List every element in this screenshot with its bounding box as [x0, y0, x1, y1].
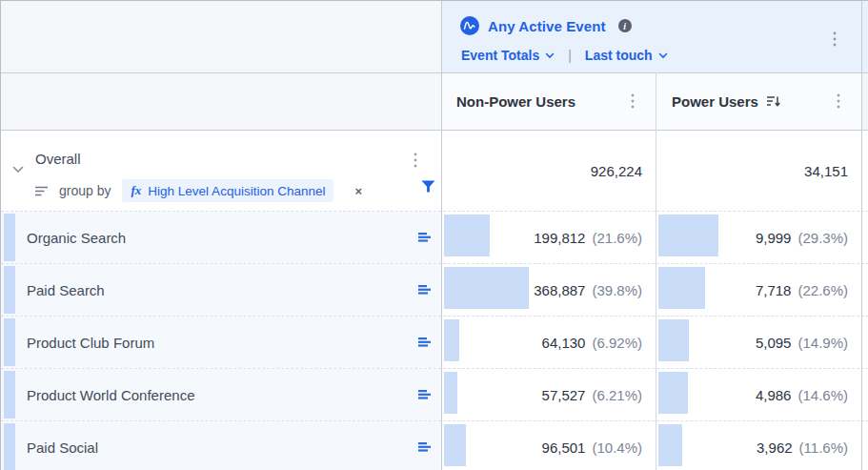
row-label-cell: Organic Search — [1, 212, 441, 263]
cell-value: 96,501 — [542, 439, 586, 456]
cell-value: 3,962 — [757, 439, 793, 456]
cell-percent: (6.92%) — [592, 335, 642, 351]
column-menu-kebab-icon[interactable] — [631, 93, 635, 109]
value-bar — [444, 215, 490, 256]
header-divider — [1, 72, 868, 73]
filter-funnel-icon[interactable] — [421, 180, 435, 193]
cell-percent: (39.8%) — [592, 282, 642, 298]
row-color-strip — [4, 318, 15, 366]
cell-percent: (21.6%) — [592, 230, 642, 246]
divider: | — [568, 48, 572, 63]
value-cell: 7,718(22.6%) — [656, 264, 861, 316]
row-label: Product Club Forum — [27, 335, 154, 351]
next-column-header-sliver — [862, 72, 868, 130]
table-row: Product World Conference 57,527(6.21%) 4… — [1, 368, 868, 420]
column-header-power-users[interactable]: Power Users — [656, 72, 861, 130]
value-cell: 64,130(6.92%) — [442, 317, 656, 368]
value-cell: 96,501(10.4%) — [442, 421, 656, 470]
cell-value: 9,999 — [756, 230, 792, 246]
info-icon[interactable]: i — [618, 19, 632, 32]
next-event-header-sliver — [862, 1, 868, 72]
value-bar — [658, 372, 688, 414]
row-color-strip — [4, 371, 15, 419]
row-color-strip — [4, 266, 15, 314]
row-dimension-header-cell — [1, 72, 441, 130]
chevron-down-icon — [545, 52, 555, 59]
cell-percent: (11.6%) — [799, 439, 848, 456]
cell-value: 5,095 — [756, 335, 792, 351]
cell-percent: (29.3%) — [797, 230, 848, 246]
attribution-dropdown[interactable]: Last touch — [585, 48, 668, 63]
cell-value: 199,812 — [534, 230, 585, 246]
overall-total-cell: 34,151 — [656, 130, 861, 211]
group-by-bars-icon[interactable] — [418, 337, 432, 348]
cell-percent: (14.6%) — [797, 387, 848, 403]
row-color-strip — [4, 423, 15, 470]
value-cell: 3,962(11.6%) — [656, 421, 861, 470]
row-label-cell: Paid Search — [1, 264, 441, 316]
value-cell: 5,095(14.9%) — [656, 317, 861, 368]
overall-row: Overall group by fx High Level Acquisiti… — [1, 130, 868, 211]
cell-percent: (14.9%) — [797, 335, 848, 351]
column-divider — [656, 72, 656, 470]
value-bar — [658, 215, 718, 256]
header-divider — [1, 130, 868, 131]
group-by-bars-icon[interactable] — [418, 390, 432, 400]
overall-total-value: 926,224 — [591, 162, 642, 178]
row-label: Paid Search — [27, 282, 105, 298]
event-menu-kebab-icon[interactable] — [833, 31, 837, 47]
row-label: Paid Social — [27, 439, 98, 456]
row-label-cell: Product Club Forum — [1, 317, 441, 368]
overall-menu-kebab-icon[interactable] — [414, 153, 417, 168]
column-header-non-power-users[interactable]: Non-Power Users — [441, 72, 656, 130]
overall-label: Overall — [35, 151, 81, 167]
event-header: Any Active Event i Event Totals | Last t… — [441, 1, 861, 72]
group-by-bars-icon[interactable] — [418, 233, 432, 243]
data-table: Any Active Event i Event Totals | Last t… — [0, 0, 868, 470]
value-bar — [658, 267, 705, 309]
chevron-down-icon[interactable] — [12, 166, 24, 174]
table-row: Paid Social 96,501(10.4%) 3,962(11.6%) — [1, 420, 868, 470]
group-by-property-chip[interactable]: fx High Level Acquisition Channel — [122, 179, 333, 202]
group-by-label: group by — [59, 183, 111, 198]
table-row: Paid Search 368,887(39.8%) 7,718(22.6%) — [1, 263, 868, 316]
overall-total-value: 34,151 — [804, 162, 848, 178]
cell-value: 7,718 — [756, 282, 792, 298]
event-logo-icon — [460, 16, 479, 35]
overall-total-cell: 926,224 — [442, 130, 656, 211]
group-by-bars-icon[interactable] — [418, 285, 432, 296]
cell-percent: (22.6%) — [797, 282, 848, 298]
metric-dropdown[interactable]: Event Totals — [461, 48, 555, 63]
column-menu-kebab-icon[interactable] — [837, 93, 840, 109]
remove-group-by-icon[interactable]: × — [354, 184, 362, 198]
value-bar — [444, 372, 457, 414]
row-label-cell: Paid Social — [1, 421, 441, 470]
column-divider — [441, 1, 442, 470]
value-cell: 4,986(14.6%) — [656, 369, 861, 420]
cell-value: 57,527 — [542, 387, 586, 403]
chevron-down-icon — [658, 52, 668, 59]
value-bar — [444, 319, 459, 361]
column-header-row: Non-Power Users Power Users — [441, 72, 861, 130]
cell-value: 368,887 — [534, 282, 585, 298]
row-color-strip — [4, 214, 15, 261]
event-title[interactable]: Any Active Event — [488, 18, 606, 34]
value-cell: 9,999(29.3%) — [656, 212, 861, 263]
column-divider — [861, 1, 862, 470]
cell-value: 4,986 — [756, 387, 792, 403]
table-row: Organic Search 199,812(21.6%) 9,999(29.3… — [1, 211, 868, 263]
row-label: Product World Conference — [27, 387, 194, 403]
value-bar — [444, 267, 529, 309]
sort-descending-icon[interactable] — [766, 95, 780, 107]
group-by-lines-icon — [35, 186, 48, 196]
value-bar — [658, 424, 682, 466]
cell-percent: (10.4%) — [592, 439, 642, 456]
row-label: Organic Search — [27, 230, 126, 246]
value-cell: 57,527(6.21%) — [442, 369, 656, 420]
value-bar — [444, 424, 466, 466]
cell-percent: (6.21%) — [592, 387, 642, 403]
group-by-bars-icon[interactable] — [418, 442, 432, 453]
corner-cell — [1, 1, 441, 72]
cell-value: 64,130 — [542, 335, 586, 351]
formula-fx-icon: fx — [131, 183, 141, 198]
